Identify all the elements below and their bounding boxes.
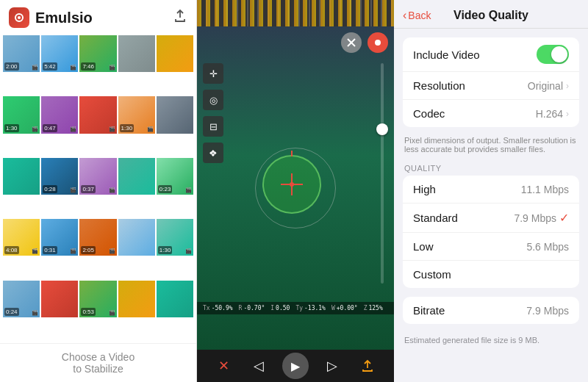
- camera-icon: 🎬: [70, 187, 76, 193]
- codec-row[interactable]: Codec H.264 ›: [403, 100, 579, 127]
- video-thumb[interactable]: 🎬1:30: [3, 96, 40, 133]
- level-indicator: [262, 155, 329, 221]
- video-thumb[interactable]: [3, 158, 40, 195]
- grid-tool[interactable]: ❖: [203, 143, 223, 163]
- video-thumb[interactable]: [118, 158, 155, 195]
- video-thumb[interactable]: [157, 281, 193, 317]
- video-thumb[interactable]: 🎬2:05: [79, 219, 116, 256]
- rotate-tool[interactable]: ◎: [203, 90, 223, 110]
- app-icon: [9, 7, 29, 28]
- camera-icon: 🎬: [32, 65, 38, 71]
- app-header: Emulsio: [0, 0, 196, 32]
- quality-custom-row[interactable]: Custom: [403, 261, 579, 288]
- page-title: Video Quality: [453, 9, 528, 22]
- middle-panel: ✛ ◎ ⊟ ❖ Tx -50.9%: [197, 0, 394, 382]
- camera-icon: 🎬: [109, 65, 115, 71]
- camera-icon: 🎬: [185, 248, 192, 254]
- quality-low-value-group: 5.6 Mbps: [526, 241, 569, 253]
- video-quality-header: ‹ Back Video Quality: [394, 0, 588, 29]
- video-thumb[interactable]: 🎬0:24: [3, 281, 40, 317]
- bitrate-unit: Mbps: [544, 305, 569, 317]
- bitrate-label: Bitrate: [413, 304, 445, 317]
- zoom-slider[interactable]: [376, 63, 388, 284]
- footer-line1: Choose a Video: [62, 351, 135, 363]
- play-button[interactable]: ▶: [282, 353, 309, 379]
- bitrate-value: 7.9: [526, 305, 540, 317]
- video-thumb[interactable]: [118, 219, 155, 256]
- stat-w: W +0.00°: [331, 305, 358, 311]
- stat-z: Z 125%: [364, 305, 383, 311]
- back-button[interactable]: ‹ Back: [403, 9, 431, 22]
- resolution-row[interactable]: Resolution Original ›: [403, 72, 579, 100]
- quality-standard-value: 7.9 Mbps: [514, 212, 556, 224]
- stats-bar: Tx -50.9% R -0.70° I 0.50 Ty -13.1% W +0…: [197, 302, 394, 314]
- video-thumb[interactable]: 🎬0:28: [41, 158, 78, 195]
- camera-icon: 🎬: [147, 126, 154, 132]
- video-overlay-buttons: [341, 32, 388, 53]
- right-panel: ‹ Back Video Quality Include Video Resol…: [394, 0, 588, 382]
- film-strip[interactable]: [197, 0, 394, 26]
- video-thumb[interactable]: [118, 35, 155, 72]
- video-thumb[interactable]: 🎬0:37: [79, 158, 116, 195]
- video-thumb[interactable]: 🎬7:46: [79, 35, 116, 72]
- app-footer: Choose a Video to Stabilize: [0, 343, 196, 382]
- slider-track: [381, 63, 384, 284]
- resolution-help-text: Pixel dimensions of output. Smaller reso…: [394, 136, 588, 161]
- video-grid: 🎬2:00🎬5:42🎬7:46🎬1:30🎬0:47🎬🎬1:30🎬0:28🎬0:3…: [0, 32, 196, 343]
- video-thumb[interactable]: 🎬1:30: [118, 96, 155, 133]
- rewind-button[interactable]: ◁: [247, 354, 270, 378]
- app-title: Emulsio: [35, 10, 93, 26]
- resolution-label: Resolution: [413, 79, 465, 92]
- stat-tx: Tx -50.9%: [203, 305, 233, 311]
- toolbar-left: ✛ ◎ ⊟ ❖: [203, 63, 223, 163]
- video-thumb[interactable]: [157, 35, 193, 72]
- chevron-left-icon: ‹: [403, 9, 406, 22]
- move-tool[interactable]: ✛: [203, 63, 223, 84]
- close-button[interactable]: ✕: [212, 354, 235, 378]
- slider-thumb[interactable]: [376, 123, 388, 135]
- video-thumb[interactable]: [41, 281, 78, 317]
- svg-point-4: [375, 40, 381, 46]
- include-video-label: Include Video: [413, 48, 480, 61]
- forward-button[interactable]: ▷: [320, 354, 344, 378]
- video-thumb[interactable]: [118, 281, 155, 317]
- video-thumb[interactable]: 🎬0:23: [157, 158, 193, 195]
- include-video-row[interactable]: Include Video: [403, 37, 579, 72]
- record-button[interactable]: [368, 32, 388, 53]
- video-thumb[interactable]: 🎬0:47: [41, 96, 78, 133]
- disable-button[interactable]: [341, 32, 362, 53]
- codec-chevron-icon: ›: [566, 109, 569, 119]
- resolution-value: Original: [528, 80, 563, 92]
- video-thumb[interactable]: 🎬4:08: [3, 219, 40, 256]
- bitrate-row[interactable]: Bitrate 7.9 Mbps: [403, 297, 579, 324]
- resolution-value-group: Original ›: [528, 80, 569, 92]
- stat-i: I 0.50: [270, 305, 290, 311]
- camera-icon: 🎬: [109, 187, 115, 193]
- include-video-toggle[interactable]: [537, 45, 569, 64]
- right-content: Include Video Resolution Original › Code…: [394, 29, 588, 382]
- film-strip-overlay: [197, 0, 394, 26]
- camera-icon: 🎬: [70, 248, 76, 254]
- quality-high-row[interactable]: High 11.1 Mbps: [403, 176, 579, 203]
- quality-low-value: 5.6 Mbps: [526, 241, 569, 253]
- quality-low-row[interactable]: Low 5.6 Mbps: [403, 233, 579, 261]
- video-thumb[interactable]: 🎬1:30: [157, 219, 193, 256]
- video-thumb[interactable]: 🎬2:00: [3, 35, 40, 72]
- video-thumb[interactable]: 🎬: [79, 96, 116, 133]
- video-controls: ✕ ◁ ▶ ▷: [197, 350, 394, 382]
- video-thumb[interactable]: 🎬0:31: [41, 219, 78, 256]
- crop-tool[interactable]: ⊟: [203, 116, 223, 137]
- level-tick: [291, 151, 293, 156]
- video-thumb[interactable]: 🎬5:42: [41, 35, 78, 72]
- codec-label: Codec: [413, 107, 445, 120]
- camera-icon: 🎬: [70, 126, 76, 132]
- video-thumb[interactable]: [157, 96, 193, 133]
- share-video-button[interactable]: [356, 354, 379, 378]
- share-button[interactable]: [173, 9, 187, 27]
- camera-icon: 🎬: [109, 126, 115, 132]
- video-thumb[interactable]: 🎬0:53: [79, 281, 116, 317]
- stat-ty: Ty -13.1%: [295, 305, 326, 311]
- quality-standard-row[interactable]: Standard 7.9 Mbps ✓: [403, 203, 579, 233]
- footer-line2: to Stabilize: [73, 363, 123, 375]
- back-label: Back: [408, 10, 431, 21]
